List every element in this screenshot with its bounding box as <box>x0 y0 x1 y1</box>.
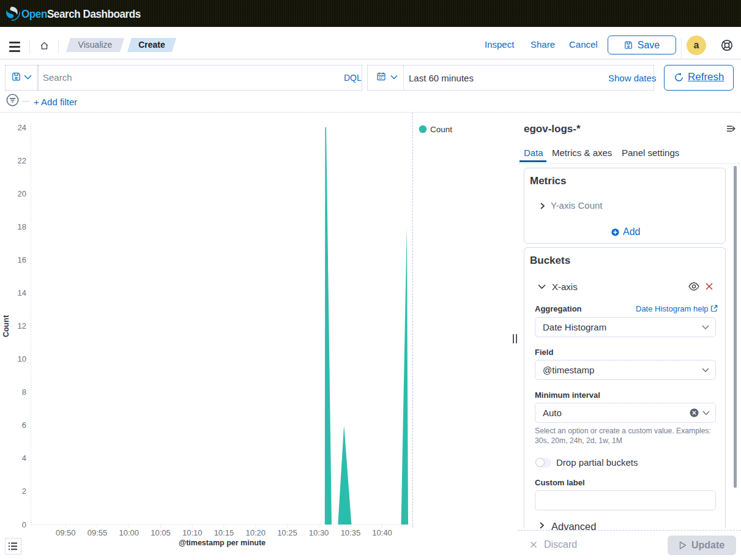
svg-text:10:05: 10:05 <box>151 528 171 537</box>
svg-text:18: 18 <box>18 222 26 231</box>
svg-text:6: 6 <box>22 420 26 430</box>
svg-text:10:35: 10:35 <box>341 528 361 537</box>
svg-text:10:20: 10:20 <box>245 528 266 537</box>
svg-text:10:10: 10:10 <box>182 528 203 537</box>
svg-text:Count: Count <box>430 125 452 134</box>
svg-text:12: 12 <box>18 321 26 330</box>
svg-text:14: 14 <box>18 288 26 297</box>
svg-text:8: 8 <box>22 387 26 397</box>
svg-text:10: 10 <box>18 354 26 364</box>
svg-text:09:55: 09:55 <box>88 528 108 537</box>
svg-text:22: 22 <box>18 156 26 165</box>
svg-text:4: 4 <box>22 454 26 463</box>
svg-text:2: 2 <box>22 487 26 496</box>
svg-text:10:40: 10:40 <box>372 528 392 537</box>
svg-text:10:25: 10:25 <box>277 528 297 537</box>
svg-text:10:30: 10:30 <box>309 528 329 537</box>
svg-text:0: 0 <box>22 520 26 529</box>
svg-text:10:00: 10:00 <box>119 528 140 537</box>
svg-text:@timestamp per minute: @timestamp per minute <box>179 539 266 547</box>
svg-text:Count: Count <box>2 315 10 337</box>
svg-text:10:15: 10:15 <box>214 528 234 537</box>
svg-text:09:50: 09:50 <box>56 528 76 537</box>
svg-text:24: 24 <box>18 123 26 132</box>
svg-text:20: 20 <box>18 189 26 198</box>
svg-text:16: 16 <box>18 255 26 264</box>
